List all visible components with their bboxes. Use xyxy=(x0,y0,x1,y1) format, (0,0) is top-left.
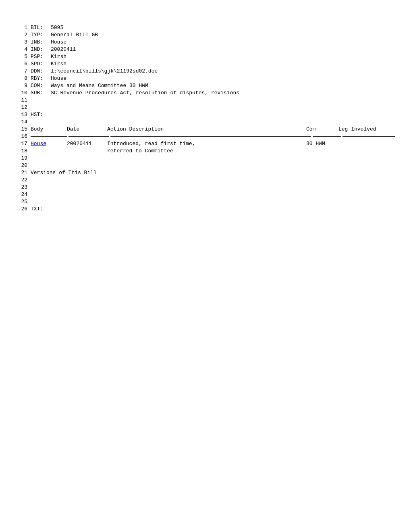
line-num-15: 15 xyxy=(16,126,27,133)
col-header-com: Com xyxy=(306,126,338,133)
line-18: 18 referred to Committee xyxy=(16,148,395,155)
label-ind: IND: xyxy=(31,46,51,53)
value-bil: 5095 xyxy=(51,24,395,31)
value-ddn: l:\council\bills\gjk\21192sd02.doc xyxy=(51,68,395,75)
line-num-19: 19 xyxy=(16,155,27,162)
sep-action xyxy=(110,133,311,137)
line-21: 21 Versions of This Bill xyxy=(16,169,395,177)
label-rby: RBY: xyxy=(31,75,51,82)
line-num-9: 9 xyxy=(16,82,27,89)
line-24: 24 xyxy=(16,191,395,198)
line-num-17: 17 xyxy=(16,140,27,148)
history-header-row: Body Date Action Description Com Leg Inv… xyxy=(31,126,395,133)
line-num-3: 3 xyxy=(16,39,27,46)
line-num-26: 26 xyxy=(16,206,27,213)
label-ddn: DDN: xyxy=(31,68,51,75)
line-13: 13 HST: xyxy=(16,111,395,118)
separator-row xyxy=(31,133,395,137)
line-10: 10 SUB: SC Revenue Procedures Act, resol… xyxy=(16,89,395,97)
line-1: 1 BIL: 5095 xyxy=(16,24,395,31)
line-11: 11 xyxy=(16,97,395,104)
line-num-25: 25 xyxy=(16,198,27,206)
value-sub: SC Revenue Procedures Act, resolution of… xyxy=(51,89,395,97)
label-inb: INB: xyxy=(31,39,51,46)
col-header-leg: Leg Involved xyxy=(338,126,395,133)
col-header-action: Action Description xyxy=(107,126,306,133)
line-14: 14 xyxy=(16,118,395,126)
history-body-link[interactable]: House xyxy=(31,140,67,148)
line-num-20: 20 xyxy=(16,162,27,169)
line-26: 26 TXT: xyxy=(16,206,395,213)
line-num-24: 24 xyxy=(16,191,27,198)
line-num-8: 8 xyxy=(16,75,27,82)
line-num-13: 13 xyxy=(16,111,27,118)
line-20: 20 xyxy=(16,162,395,169)
col-header-date: Date xyxy=(67,126,107,133)
sep-body xyxy=(31,133,67,137)
history-com: 30 HWM xyxy=(306,140,338,148)
line-22: 22 xyxy=(16,177,395,184)
line-num-1: 1 xyxy=(16,24,27,31)
versions-label: Versions of This Bill xyxy=(31,169,395,177)
versions-text: Versions of This Bill xyxy=(31,169,97,177)
line-16: 16 xyxy=(16,133,395,140)
line-19: 19 xyxy=(16,155,395,162)
line-2: 2 TYP: General Bill GB xyxy=(16,31,395,39)
line-content-3: INB: House xyxy=(31,39,395,46)
label-psp: PSP: xyxy=(31,53,51,60)
line-content-8: RBY: House xyxy=(31,75,395,82)
sep-com xyxy=(313,133,341,137)
line-num-4: 4 xyxy=(16,46,27,53)
label-com: COM: xyxy=(31,82,51,89)
line-num-16: 16 xyxy=(16,133,27,140)
value-ind: 20020411 xyxy=(51,46,395,53)
line-6: 6 SPO: Kirsh xyxy=(16,60,395,68)
line-num-7: 7 xyxy=(16,68,27,75)
sep-leg xyxy=(342,133,395,137)
line-12: 12 xyxy=(16,104,395,111)
col-header-body: Body xyxy=(31,126,67,133)
value-spo: Kirsh xyxy=(51,60,395,68)
line-num-10: 10 xyxy=(16,89,27,97)
label-txt: TXT: xyxy=(31,206,51,213)
line-num-11: 11 xyxy=(16,97,27,104)
line-num-14: 14 xyxy=(16,118,27,126)
line-num-12: 12 xyxy=(16,104,27,111)
value-rby: House xyxy=(51,75,395,82)
line-content-9: COM: Ways and Means Committee 30 HWM xyxy=(31,82,395,89)
line-content-13: HST: xyxy=(31,111,395,118)
line-num-6: 6 xyxy=(16,60,27,68)
history-date: 20020411 xyxy=(67,140,107,148)
label-typ: TYP: xyxy=(31,31,51,39)
house-link[interactable]: House xyxy=(31,141,46,147)
line-content-7: DDN: l:\council\bills\gjk\21192sd02.doc xyxy=(31,68,395,75)
line-content-2: TYP: General Bill GB xyxy=(31,31,395,39)
value-psp: Kirsh xyxy=(51,53,395,60)
history-action-2: referred to Committee xyxy=(107,148,173,155)
sep-date xyxy=(68,133,109,137)
line-num-5: 5 xyxy=(16,53,27,60)
line-23: 23 xyxy=(16,184,395,191)
line-content-4: IND: 20020411 xyxy=(31,46,395,53)
line-17: 17 House 20020411 Introduced, read first… xyxy=(16,140,395,148)
label-hst: HST: xyxy=(31,111,51,118)
line-3: 3 INB: House xyxy=(16,39,395,46)
line-num-18: 18 xyxy=(16,148,27,155)
line-7: 7 DDN: l:\council\bills\gjk\21192sd02.do… xyxy=(16,68,395,75)
line-content-10: SUB: SC Revenue Procedures Act, resoluti… xyxy=(31,89,395,97)
line-num-21: 21 xyxy=(16,169,27,177)
line-15: 15 Body Date Action Description Com Leg … xyxy=(16,126,395,133)
line-9: 9 COM: Ways and Means Committee 30 HWM xyxy=(16,82,395,89)
line-num-22: 22 xyxy=(16,177,27,184)
history-action-continuation: referred to Committee xyxy=(31,148,395,155)
label-spo: SPO: xyxy=(31,60,51,68)
value-com: Ways and Means Committee 30 HWM xyxy=(51,82,395,89)
label-sub: SUB: xyxy=(31,89,51,97)
line-content-1: BIL: 5095 xyxy=(31,24,395,31)
document-container: 1 BIL: 5095 2 TYP: General Bill GB 3 INB… xyxy=(16,24,395,213)
line-content-5: PSP: Kirsh xyxy=(31,53,395,60)
line-content-6: SPO: Kirsh xyxy=(31,60,395,68)
label-bil: BIL: xyxy=(31,24,51,31)
line-8: 8 RBY: House xyxy=(16,75,395,82)
line-25: 25 xyxy=(16,198,395,206)
